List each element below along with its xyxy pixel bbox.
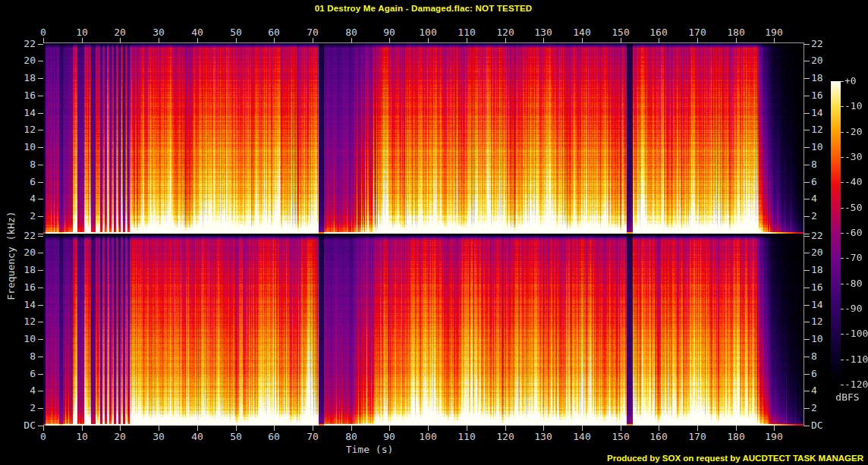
freq-tick-label: 22 (14, 39, 36, 49)
freq-tick (38, 339, 43, 340)
colorbar-tick (841, 385, 844, 385)
time-tick (389, 38, 390, 43)
time-tick-label: 110 (451, 432, 482, 442)
time-tick-label: 60 (259, 27, 289, 38)
freq-tick-label: 6 (14, 177, 36, 187)
freq-tick-label: 10 (14, 334, 36, 344)
freq-tick-label: 20 (14, 55, 36, 66)
time-tick (351, 426, 352, 431)
freq-tick-label: 8 (14, 351, 36, 362)
spectrogram-left-channel (43, 43, 804, 234)
freq-tick (804, 408, 810, 409)
time-tick (236, 38, 237, 43)
freq-tick-label: 20 (14, 247, 36, 258)
footer-credit: Produced by SOX on request by AUCDTECT T… (607, 454, 863, 463)
freq-dc-tick (804, 234, 810, 234)
freq-tick (38, 61, 43, 61)
time-tick (274, 38, 275, 43)
time-tick-label: 70 (297, 432, 328, 442)
freq-tick-label: 16 (14, 90, 36, 101)
time-tick (313, 426, 313, 431)
time-tick-label: 50 (221, 27, 251, 38)
freq-tick-label: 14 (14, 108, 36, 118)
colorbar-tick-label: -100 (844, 328, 868, 339)
time-tick-label: 90 (374, 432, 404, 442)
time-tick (582, 38, 583, 43)
colorbar-tick (841, 284, 844, 284)
time-tick-label: 90 (374, 27, 404, 38)
freq-dc-label: DC (811, 420, 837, 431)
time-tick-label: 130 (528, 432, 558, 442)
colorbar-tick-label: -120 (844, 379, 868, 390)
time-tick (582, 426, 583, 431)
freq-tick (38, 113, 43, 114)
time-tick (543, 426, 544, 431)
time-tick (659, 426, 659, 431)
time-tick (120, 38, 121, 43)
time-tick-label: 120 (490, 432, 520, 442)
time-tick (774, 426, 775, 431)
time-tick-label: 20 (105, 27, 135, 38)
time-tick-label: 10 (67, 432, 97, 442)
colorbar-tick (841, 233, 844, 234)
time-tick (621, 426, 621, 431)
colorbar-tick-label: -60 (844, 228, 868, 238)
colorbar-tick (841, 157, 844, 158)
time-tick (505, 38, 506, 43)
freq-tick (804, 305, 810, 306)
colorbar-tick (841, 132, 844, 133)
time-tick-label: 70 (297, 27, 328, 38)
colorbar-tick (841, 182, 844, 183)
time-tick (467, 426, 467, 431)
freq-tick-label: 18 (14, 265, 36, 275)
freq-tick (804, 165, 810, 165)
time-tick-label: 100 (413, 27, 443, 38)
freq-tick (804, 199, 810, 200)
frequency-axis-label: Frequency (kHz) (5, 211, 17, 300)
time-tick-label: 40 (182, 432, 212, 442)
freq-tick (38, 130, 43, 130)
freq-tick-label: 2 (811, 403, 837, 413)
colorbar-tick-label: -70 (844, 253, 868, 263)
time-tick-label: 160 (643, 432, 674, 442)
time-tick-label: 160 (643, 27, 674, 38)
time-tick-label: 10 (67, 27, 97, 38)
dbfs-colorbar (831, 81, 841, 385)
time-tick-label: 30 (143, 27, 174, 38)
freq-dc-tick (38, 426, 43, 426)
freq-tick-label: 10 (14, 142, 36, 152)
freq-tick-label: 4 (14, 193, 36, 204)
colorbar-tick-label: -50 (844, 203, 868, 213)
time-tick (82, 426, 83, 431)
time-tick-label: 190 (759, 432, 789, 442)
time-tick (313, 38, 313, 43)
time-tick (428, 38, 429, 43)
freq-tick (38, 374, 43, 375)
freq-tick (38, 253, 43, 253)
freq-tick (804, 374, 810, 375)
colorbar-tick (841, 106, 844, 107)
freq-tick-label: 2 (14, 211, 36, 222)
time-tick (774, 38, 775, 43)
freq-tick (804, 322, 810, 322)
time-tick-label: 180 (721, 432, 751, 442)
time-tick (736, 426, 737, 431)
freq-tick (38, 199, 43, 200)
freq-tick (804, 61, 810, 61)
freq-tick (804, 236, 810, 237)
freq-tick-label: 12 (14, 124, 36, 135)
colorbar-tick (841, 81, 844, 82)
freq-tick (38, 182, 43, 183)
freq-tick-label: 14 (14, 300, 36, 310)
freq-tick (38, 391, 43, 391)
plot-frame-right-line (804, 42, 804, 426)
colorbar-tick-label: -20 (844, 127, 868, 137)
time-tick (159, 38, 159, 43)
time-tick (351, 38, 352, 43)
time-tick-label: 0 (28, 432, 58, 442)
freq-dc-label: DC (14, 420, 36, 431)
time-tick-label: 130 (528, 27, 558, 38)
colorbar-tick (841, 360, 844, 360)
colorbar-tick-label: +0 (844, 76, 868, 86)
freq-tick-label: 22 (811, 39, 837, 49)
